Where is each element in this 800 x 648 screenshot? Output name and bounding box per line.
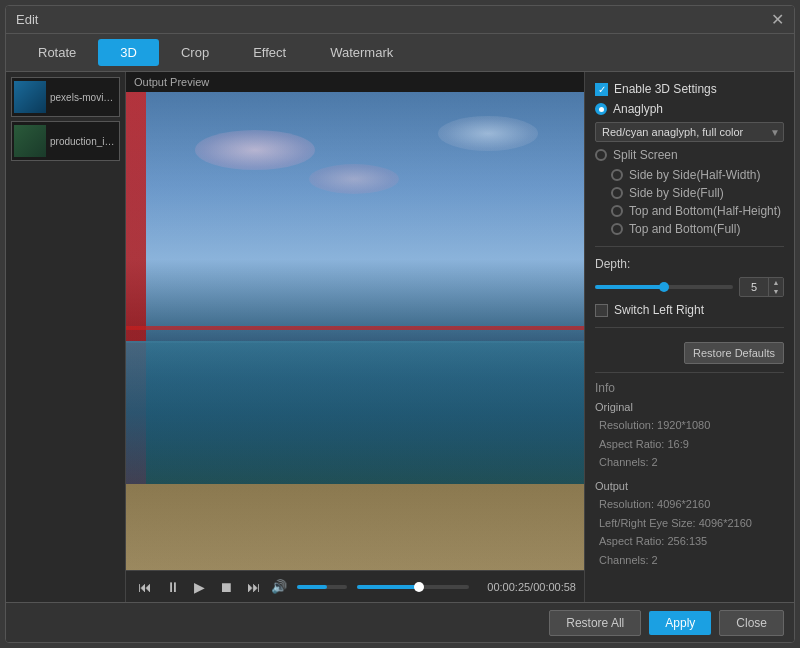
original-title: Original — [595, 401, 784, 413]
original-aspect-ratio: Aspect Ratio: 16:9 — [595, 435, 784, 454]
output-resolution: Resolution: 4096*2160 — [595, 495, 784, 514]
tab-3d[interactable]: 3D — [98, 39, 159, 66]
restore-defaults-button[interactable]: Restore Defaults — [684, 342, 784, 364]
anaglyph-overlay — [126, 92, 584, 570]
controls-bar: ⏮ ⏸ ▶ ⏹ ⏭ 🔊 00:00:25/00:00:58 — [126, 570, 584, 602]
settings-section: ✓ Enable 3D Settings Anaglyph Red/cyan a — [595, 82, 784, 364]
depth-spinners: ▲ ▼ — [768, 278, 783, 296]
thumbnail-2[interactable]: production_id... — [11, 121, 120, 161]
anaglyph-radio-row[interactable]: Anaglyph — [595, 102, 784, 116]
anaglyph-label: Anaglyph — [613, 102, 663, 116]
original-info-group: Original Resolution: 1920*1080 Aspect Ra… — [595, 401, 784, 472]
thumb-label-2: production_id... — [50, 136, 117, 147]
volume-track[interactable] — [297, 585, 347, 589]
split-option-2-label: Top and Bottom(Half-Height) — [629, 204, 781, 218]
enable-3d-row[interactable]: ✓ Enable 3D Settings — [595, 82, 784, 96]
split-option-3-radio[interactable] — [611, 223, 623, 235]
stop-button[interactable]: ⏹ — [215, 577, 237, 597]
video-background — [126, 92, 584, 570]
anaglyph-dropdown-wrapper: Red/cyan anaglyph, full color Red/cyan a… — [595, 122, 784, 142]
depth-row: Depth: — [595, 257, 784, 271]
depth-label: Depth: — [595, 257, 630, 271]
info-title: Info — [595, 381, 784, 395]
output-info-group: Output Resolution: 4096*2160 Left/Right … — [595, 480, 784, 570]
tab-bar: Rotate 3D Crop Effect Watermark — [6, 34, 794, 72]
radio-inner — [599, 107, 604, 112]
skip-forward-button[interactable]: ⏭ — [243, 577, 265, 597]
time-display: 00:00:25/00:00:58 — [487, 581, 576, 593]
checkbox-check-icon: ✓ — [598, 84, 606, 95]
split-option-3-row[interactable]: Top and Bottom(Full) — [611, 222, 784, 236]
volume-fill — [297, 585, 327, 589]
close-button[interactable]: Close — [719, 610, 784, 636]
output-title: Output — [595, 480, 784, 492]
output-preview-label: Output Preview — [126, 72, 584, 92]
split-option-0-radio[interactable] — [611, 169, 623, 181]
tab-crop[interactable]: Crop — [159, 39, 231, 66]
split-options: Side by Side(Half-Width) Side by Side(Fu… — [595, 168, 784, 236]
divider-1 — [595, 246, 784, 247]
skip-back-button[interactable]: ⏮ — [134, 577, 156, 597]
left-panel: pexels-movie... production_id... — [6, 72, 126, 602]
progress-fill — [357, 585, 419, 589]
depth-input-wrapper: ▲ ▼ — [739, 277, 784, 297]
switch-left-right-label: Switch Left Right — [614, 303, 704, 317]
depth-increment-button[interactable]: ▲ — [769, 278, 783, 287]
split-screen-label: Split Screen — [613, 148, 678, 162]
split-option-0-row[interactable]: Side by Side(Half-Width) — [611, 168, 784, 182]
depth-track[interactable] — [595, 285, 733, 289]
thumb-label-1: pexels-movie... — [50, 92, 117, 103]
play-pause-button[interactable]: ⏸ — [162, 577, 184, 597]
depth-decrement-button[interactable]: ▼ — [769, 287, 783, 296]
restore-defaults-row: Restore Defaults — [595, 342, 784, 364]
original-resolution: Resolution: 1920*1080 — [595, 416, 784, 435]
title-bar: Edit ✕ — [6, 6, 794, 34]
video-panel: Output Preview — [126, 72, 584, 602]
split-option-1-radio[interactable] — [611, 187, 623, 199]
play-forward-button[interactable]: ▶ — [190, 577, 209, 597]
split-option-1-row[interactable]: Side by Side(Full) — [611, 186, 784, 200]
main-content: pexels-movie... production_id... Output … — [6, 72, 794, 602]
right-panel: ✓ Enable 3D Settings Anaglyph Red/cyan a — [584, 72, 794, 602]
depth-thumb — [659, 282, 669, 292]
split-option-2-radio[interactable] — [611, 205, 623, 217]
depth-control-row: ▲ ▼ — [595, 277, 784, 297]
thumb-image-1 — [14, 81, 46, 113]
anaglyph-select-row: Red/cyan anaglyph, full color Red/cyan a… — [595, 122, 784, 142]
output-channels: Channels: 2 — [595, 551, 784, 570]
split-option-0-label: Side by Side(Half-Width) — [629, 168, 760, 182]
anaglyph-dropdown[interactable]: Red/cyan anaglyph, full color Red/cyan a… — [595, 122, 784, 142]
apply-button[interactable]: Apply — [649, 611, 711, 635]
output-eye-size: Left/Right Eye Size: 4096*2160 — [595, 514, 784, 533]
video-frame — [126, 92, 584, 570]
video-area — [126, 92, 584, 570]
edit-window: Edit ✕ Rotate 3D Crop Effect Watermark p… — [5, 5, 795, 643]
restore-all-button[interactable]: Restore All — [549, 610, 641, 636]
split-screen-radio-row[interactable]: Split Screen — [595, 148, 784, 162]
switch-left-right-row[interactable]: Switch Left Right — [595, 303, 784, 317]
split-option-3-label: Top and Bottom(Full) — [629, 222, 740, 236]
split-screen-radio[interactable] — [595, 149, 607, 161]
info-section: Info Original Resolution: 1920*1080 Aspe… — [595, 372, 784, 578]
progress-track[interactable] — [357, 585, 469, 589]
thumbnail-1[interactable]: pexels-movie... — [11, 77, 120, 117]
thumb-image-2 — [14, 125, 46, 157]
anaglyph-radio[interactable] — [595, 103, 607, 115]
original-channels: Channels: 2 — [595, 453, 784, 472]
divider-2 — [595, 327, 784, 328]
output-aspect-ratio: Aspect Ratio: 256:135 — [595, 532, 784, 551]
tab-watermark[interactable]: Watermark — [308, 39, 415, 66]
window-title: Edit — [16, 12, 38, 27]
depth-input[interactable] — [740, 281, 768, 293]
split-option-1-label: Side by Side(Full) — [629, 186, 724, 200]
window-close-button[interactable]: ✕ — [771, 12, 784, 28]
tab-rotate[interactable]: Rotate — [16, 39, 98, 66]
tab-effect[interactable]: Effect — [231, 39, 308, 66]
enable-3d-checkbox[interactable]: ✓ — [595, 83, 608, 96]
switch-left-right-checkbox[interactable] — [595, 304, 608, 317]
enable-3d-label: Enable 3D Settings — [614, 82, 717, 96]
progress-thumb — [414, 582, 424, 592]
split-option-2-row[interactable]: Top and Bottom(Half-Height) — [611, 204, 784, 218]
bottom-bar: Restore All Apply Close — [6, 602, 794, 642]
volume-icon: 🔊 — [271, 579, 287, 594]
